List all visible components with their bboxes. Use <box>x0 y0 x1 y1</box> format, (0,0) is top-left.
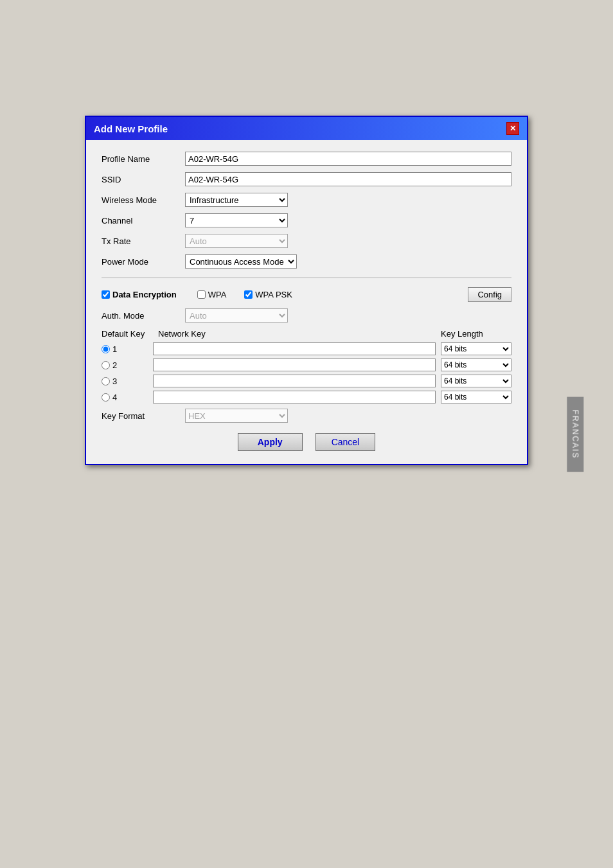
key-row-2: 2 64 bits <box>102 359 511 371</box>
tx-rate-select[interactable]: Auto <box>185 234 288 248</box>
key-2-label: 2 <box>112 360 117 370</box>
key-2-input[interactable] <box>153 359 436 371</box>
dialog-title: Add New Profile <box>94 123 168 134</box>
wpa-label[interactable]: WPA <box>197 290 227 299</box>
key-2-length-select[interactable]: 64 bits <box>441 359 511 371</box>
key-1-label: 1 <box>112 344 117 354</box>
button-row: Apply Cancel <box>102 433 511 451</box>
data-encryption-checkbox[interactable] <box>102 290 110 299</box>
key-1-network-col <box>153 342 441 355</box>
key-row-1: 1 64 bits <box>102 342 511 355</box>
key-length-header: Key Length <box>441 329 511 339</box>
wpa-checkbox[interactable] <box>197 290 206 299</box>
key-4-length-select[interactable]: 64 bits <box>441 391 511 403</box>
key-2-length-col: 64 bits <box>441 359 511 371</box>
profile-name-label: Profile Name <box>102 154 185 164</box>
add-new-profile-dialog: Add New Profile ✕ Profile Name SSID Wire… <box>85 116 528 465</box>
close-button[interactable]: ✕ <box>506 122 519 135</box>
key-1-input[interactable] <box>153 342 436 355</box>
key-format-row: Key Format HEX <box>102 409 511 423</box>
cancel-button[interactable]: Cancel <box>315 433 376 451</box>
key-2-network-col <box>153 359 441 371</box>
channel-select[interactable]: 7 <box>185 213 288 227</box>
key-4-radio[interactable] <box>102 393 110 402</box>
key-4-label: 4 <box>112 393 117 402</box>
channel-label: Channel <box>102 216 185 226</box>
default-key-header: Default Key <box>102 329 153 339</box>
key-1-length-col: 64 bits <box>441 342 511 355</box>
encryption-row: Data Encryption WPA WPA PSK Config <box>102 287 511 302</box>
ssid-input[interactable] <box>185 172 511 186</box>
key-row-3: 3 64 bits <box>102 375 511 387</box>
key-3-radio-col: 3 <box>102 376 153 386</box>
key-1-radio[interactable] <box>102 345 110 353</box>
wireless-mode-select[interactable]: Infrastructure <box>185 193 288 207</box>
key-1-length-select[interactable]: 64 bits <box>441 342 511 355</box>
sidebar-label: FRANCAIS <box>567 396 584 472</box>
dialog-body: Profile Name SSID Wireless Mode Infrastr… <box>86 140 527 464</box>
config-button[interactable]: Config <box>468 287 511 302</box>
wireless-mode-label: Wireless Mode <box>102 195 185 205</box>
key-4-length-col: 64 bits <box>441 391 511 403</box>
key-4-network-col <box>153 391 441 403</box>
wpa-psk-label[interactable]: WPA PSK <box>244 290 292 299</box>
key-4-radio-col: 4 <box>102 393 153 402</box>
power-mode-label: Power Mode <box>102 257 185 267</box>
key-2-radio[interactable] <box>102 361 110 369</box>
key-3-length-select[interactable]: 64 bits <box>441 375 511 387</box>
key-1-radio-col: 1 <box>102 344 153 354</box>
profile-name-row: Profile Name <box>102 152 511 166</box>
profile-name-input[interactable] <box>185 152 511 166</box>
ssid-label: SSID <box>102 175 185 184</box>
key-format-select[interactable]: HEX <box>185 409 288 423</box>
key-3-input[interactable] <box>153 375 436 387</box>
ssid-row: SSID <box>102 172 511 186</box>
network-key-header: Network Key <box>153 329 441 339</box>
key-4-input[interactable] <box>153 391 436 403</box>
auth-mode-select[interactable]: Auto <box>185 308 288 323</box>
divider-1 <box>102 278 511 278</box>
key-3-radio[interactable] <box>102 377 110 385</box>
channel-row: Channel 7 <box>102 213 511 227</box>
power-mode-select[interactable]: Continuous Access Mode <box>185 254 297 269</box>
wpa-psk-checkbox[interactable] <box>244 290 253 299</box>
key-format-label: Key Format <box>102 411 185 421</box>
tx-rate-row: Tx Rate Auto <box>102 234 511 248</box>
key-3-network-col <box>153 375 441 387</box>
key-3-length-col: 64 bits <box>441 375 511 387</box>
tx-rate-label: Tx Rate <box>102 236 185 246</box>
apply-button[interactable]: Apply <box>238 433 303 451</box>
auth-mode-row: Auth. Mode Auto <box>102 308 511 323</box>
wireless-mode-row: Wireless Mode Infrastructure <box>102 193 511 207</box>
data-encryption-label[interactable]: Data Encryption <box>102 290 177 299</box>
auth-mode-label: Auth. Mode <box>102 311 185 321</box>
key-2-radio-col: 2 <box>102 360 153 370</box>
dialog-titlebar: Add New Profile ✕ <box>86 117 527 140</box>
power-mode-row: Power Mode Continuous Access Mode <box>102 254 511 269</box>
keys-header: Default Key Network Key Key Length <box>102 329 511 339</box>
key-row-4: 4 64 bits <box>102 391 511 403</box>
key-3-label: 3 <box>112 376 117 386</box>
